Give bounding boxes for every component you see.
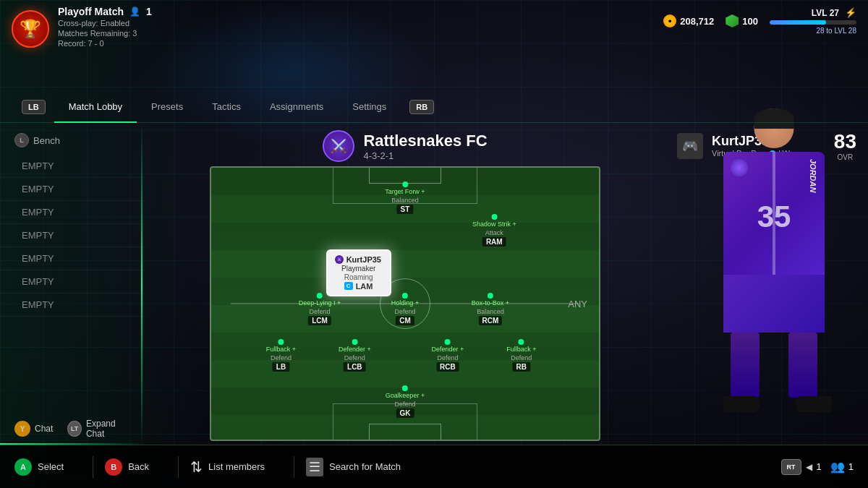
pos-role-cm: Holding + [391,299,419,307]
pos-role-ram: Shadow Strik + [472,221,516,228]
bench-slot-7[interactable]: EMPTY [0,294,145,317]
card-player-instruction: Roaming [344,273,373,281]
list-label: List members [208,461,265,472]
tokens-value: 100 [742,16,758,27]
bench-slot-6[interactable]: EMPTY [0,270,145,294]
pos-label-lcm: LCM [308,316,331,325]
match-type-label: Playoff Match [58,6,124,17]
matches-remaining-label: Matches Remaining: 3 [58,29,152,38]
list-icon: ⇅ [190,458,203,476]
match-details: Playoff Match 👤 1 Cross-play: Enabled Ma… [58,6,152,48]
nav-item-settings[interactable]: Settings [338,91,401,123]
position-lcm[interactable]: Deep-Lying I + Defend LCM [299,293,341,325]
shin-guard-left [731,333,760,398]
players-count: 1 [848,461,854,472]
jersey-body: 35 JORDAN [723,152,825,282]
position-st[interactable]: Target Forw + Balanced ST [385,181,425,214]
coin-icon: ● [663,14,676,27]
nav-item-presets[interactable]: Presets [137,91,197,123]
pos-instruction-ram: Attack [485,229,503,236]
level-display: LVL 27 ⚡ 28 to LVL 28 [770,7,856,35]
position-rcm[interactable]: Box-to-Box + Balanced RCM [472,293,509,325]
sidebar-bench: L Bench EMPTY EMPTY EMPTY EMPTY EMPTY EM… [0,123,145,445]
bench-slot-2[interactable]: EMPTY [0,178,145,201]
active-player-card[interactable]: ⚔ KurtJP35 Playmaker Roaming C LAM [326,249,391,296]
nav-lb-button[interactable]: LB [22,100,46,114]
card-team-icon: ⚔ [335,255,344,264]
center-field: ⚔️ Rattlesnakes FC 4-3-2-1 ⚔ KurtJP35 [145,123,665,445]
shoe-left [723,396,760,412]
position-rb[interactable]: Fullback + Defend RB [506,339,536,372]
coins-display: ● 208,712 [663,14,714,27]
coins-value: 208,712 [680,16,714,27]
pos-label-lb: LB [273,362,289,372]
b-button-icon: B [105,458,122,476]
position-lcb[interactable]: Defender + Defend LCB [339,339,371,372]
pos-instruction-lcm: Defend [310,308,331,315]
card-player-position: LAM [356,282,373,291]
online-count: 1 [146,6,152,17]
position-lb[interactable]: Fullback + Defend LB [266,339,296,372]
jersey-container: 35 JORDAN [709,108,839,412]
bench-text: Bench [33,135,60,146]
bench-slot-5[interactable]: EMPTY [0,247,145,270]
captain-badge: C [344,282,353,290]
jordan-logo: JORDAN [809,159,817,192]
pos-label-rcm: RCM [479,316,503,325]
pos-dot-rcm [488,293,493,299]
separator-3 [294,456,294,478]
list-members-button[interactable]: ⇅ List members [190,458,282,476]
search-match-button[interactable]: ☰ Search for Match [306,458,418,476]
player-figure: 35 JORDAN [680,101,868,448]
pos-role-lcb: Defender + [339,346,371,354]
level-next-label: 28 to LVL 28 [816,27,856,35]
position-gk[interactable]: Goalkeeper + Defend GK [386,385,425,418]
soccer-field: ⚔ KurtJP35 Playmaker Roaming C LAM Targe… [210,166,600,441]
nav-item-tactics[interactable]: Tactics [197,91,255,123]
nav-item-match-lobby[interactable]: Match Lobby [54,91,137,123]
pos-label-gk: GK [396,408,414,418]
pos-label-rb: RB [513,362,530,372]
team-name: Rattlesnakes FC [363,132,487,150]
separator-1 [93,456,93,478]
l-stick-icon: L [14,133,29,147]
nav-rb-button[interactable]: RB [409,100,434,114]
pos-dot-rb [519,339,524,345]
select-button-area[interactable]: A Select [14,458,81,476]
position-ram[interactable]: Shadow Strik + Attack RAM [472,214,516,247]
bottom-bar: A Select B Back ⇅ List members ☰ Search … [0,445,868,488]
pos-instruction-st: Balanced [391,197,419,204]
position-cm[interactable]: Holding + Defend CM [391,293,419,325]
any-label: ANY [568,299,587,309]
players-icon: 👥 [830,460,845,474]
y-button-icon: Y [14,421,30,437]
pos-role-rcb: Defender + [432,346,464,354]
pos-instruction-cm: Defend [394,308,415,315]
position-rcb[interactable]: Defender + Defend RCB [432,339,464,372]
search-match-label: Search for Match [329,461,401,472]
pos-role-rb: Fullback + [506,346,536,354]
pos-dot-lcb [352,339,357,345]
rt-button-area[interactable]: RT ◀ 1 [781,459,822,475]
jersey-number: 35 [757,200,791,234]
bench-label: L Bench [0,130,145,155]
bench-slot-3[interactable]: EMPTY [0,201,145,224]
back-button-area[interactable]: B Back [105,458,166,476]
chat-label: Chat [35,424,53,434]
lt-button-icon: LT [67,421,82,437]
nav-item-assignments[interactable]: Assignments [255,91,338,123]
xp-icon: ⚡ [845,7,856,18]
bench-slot-4[interactable]: EMPTY [0,224,145,247]
pos-dot-gk [402,385,408,391]
pos-dot-st [402,181,408,187]
chat-button[interactable]: Y Chat [14,421,53,437]
bench-slot-1[interactable]: EMPTY [0,155,145,178]
shoe-right [796,396,832,412]
expand-chat-button[interactable]: LT Expand Chat [67,419,130,439]
pos-label-ram: RAM [482,237,506,247]
pos-instruction-rcb: Defend [437,354,458,361]
separator-2 [178,456,179,478]
team-logo: ⚔️ [323,130,354,162]
record-label: Record: 7 - 0 [58,39,152,48]
match-title: Playoff Match 👤 1 [58,6,152,17]
